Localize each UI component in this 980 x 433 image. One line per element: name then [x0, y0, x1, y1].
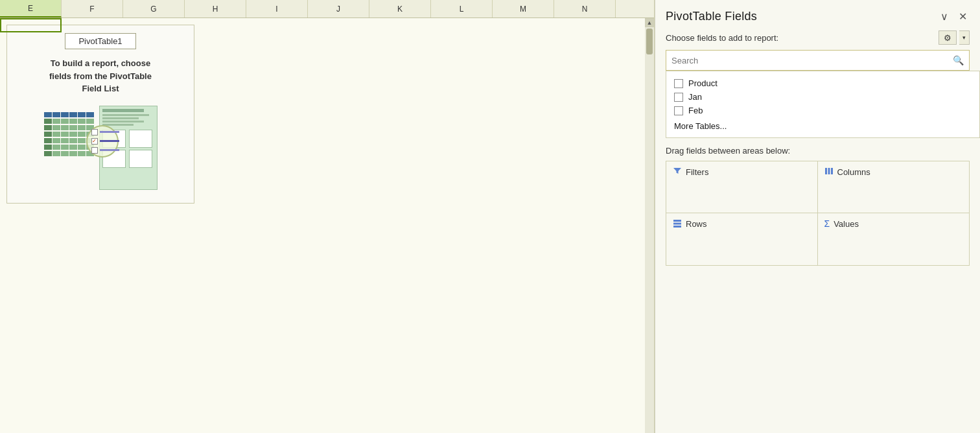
field-label-feb: Feb: [688, 106, 703, 115]
illus-left-table: [44, 112, 94, 156]
drag-area-columns-header: Columns: [824, 167, 963, 178]
illus-cb-empty: [91, 129, 98, 135]
columns-icon: [824, 167, 834, 178]
pivot-instruction: To build a report, choosefields from the…: [49, 57, 152, 95]
illus-line-3: [100, 149, 119, 151]
illus-line-2: [100, 140, 119, 142]
col-header-H[interactable]: H: [185, 0, 246, 18]
panel-close-button[interactable]: ✕: [956, 9, 970, 24]
drag-areas: Filters Columns: [666, 161, 970, 266]
panel-minimize-button[interactable]: ∨: [938, 9, 951, 24]
columns-label: Columns: [837, 167, 870, 177]
svg-rect-4: [673, 223, 681, 225]
spreadsheet-area: E F G H I J K L M N PivotTable1 To build…: [0, 0, 655, 433]
search-icon: 🔍: [948, 55, 969, 65]
field-checkbox-product[interactable]: [674, 79, 683, 88]
illus-circle: ✓: [86, 125, 119, 158]
field-item-feb[interactable]: Feb: [666, 104, 979, 117]
pivot-title: PivotTable1: [65, 33, 135, 49]
pivot-placeholder: PivotTable1 To build a report, choosefie…: [6, 25, 194, 204]
vertical-scrollbar[interactable]: ▲: [645, 18, 654, 433]
field-item-product[interactable]: Product: [666, 76, 979, 90]
svg-rect-0: [825, 168, 827, 174]
search-box[interactable]: 🔍: [666, 50, 970, 71]
filters-label: Filters: [686, 167, 708, 177]
dropdown-button[interactable]: ▾: [959, 30, 970, 45]
gear-button[interactable]: ⚙: [939, 30, 957, 45]
drag-area-values-header: Σ Values: [824, 218, 963, 229]
pivot-fields-panel: PivotTable Fields ∨ ✕ Choose fields to a…: [655, 0, 980, 433]
panel-subtitle: Choose fields to add to report: ⚙ ▾: [655, 30, 980, 50]
drag-area-filters[interactable]: Filters: [666, 161, 818, 213]
more-tables-link[interactable]: More Tables...: [666, 117, 979, 135]
field-label-jan: Jan: [688, 92, 702, 102]
search-input[interactable]: [666, 56, 948, 65]
field-checkbox-jan[interactable]: [674, 93, 683, 102]
illus-line-1: [100, 131, 119, 133]
rows-label: Rows: [686, 219, 707, 229]
illus-cb-empty2: [91, 147, 98, 154]
col-header-L[interactable]: L: [431, 0, 493, 18]
field-label-product: Product: [688, 78, 718, 88]
panel-subtitle-text: Choose fields to add to report:: [666, 33, 778, 43]
field-item-jan[interactable]: Jan: [666, 90, 979, 104]
column-headers: E F G H I J K L M N: [0, 0, 654, 18]
grid-area: PivotTable1 To build a report, choosefie…: [0, 18, 654, 433]
filter-icon: [673, 167, 682, 178]
illus-right-panel: ✓: [99, 106, 158, 190]
svg-rect-2: [831, 168, 833, 174]
dropdown-icon: ▾: [962, 34, 966, 41]
col-header-N[interactable]: N: [554, 0, 616, 18]
col-header-J[interactable]: J: [308, 0, 369, 18]
col-header-M[interactable]: M: [493, 0, 554, 18]
panel-subtitle-controls: ⚙ ▾: [939, 30, 970, 45]
col-header-I[interactable]: I: [246, 0, 308, 18]
scroll-thumb[interactable]: [646, 29, 653, 54]
drag-area-columns[interactable]: Columns: [818, 161, 970, 213]
panel-header-controls: ∨ ✕: [938, 9, 970, 24]
field-checkbox-feb[interactable]: [674, 106, 683, 115]
svg-rect-5: [673, 226, 681, 228]
col-header-F[interactable]: F: [62, 0, 123, 18]
values-label: Values: [834, 219, 859, 229]
svg-rect-1: [828, 168, 830, 174]
drag-section: Drag fields between areas below: Filters: [655, 138, 980, 271]
panel-title: PivotTable Fields: [666, 10, 757, 23]
drag-area-rows-header: Rows: [673, 218, 811, 229]
drag-area-rows[interactable]: Rows: [666, 213, 818, 265]
col-header-K[interactable]: K: [369, 0, 431, 18]
illus-cb-checked: ✓: [91, 138, 98, 145]
gear-icon: ⚙: [944, 33, 951, 43]
col-header-G[interactable]: G: [123, 0, 185, 18]
drag-area-values[interactable]: Σ Values: [818, 213, 970, 265]
drag-area-filters-header: Filters: [673, 167, 811, 178]
col-header-E[interactable]: E: [0, 0, 62, 18]
rows-icon: [673, 218, 682, 229]
scroll-up-arrow[interactable]: ▲: [645, 18, 654, 27]
fields-list: Product Jan Feb More Tables...: [666, 71, 980, 138]
pivot-illustration: ✓: [44, 106, 158, 190]
panel-header: PivotTable Fields ∨ ✕: [655, 0, 980, 30]
svg-rect-3: [673, 220, 681, 222]
sigma-icon: Σ: [824, 218, 830, 229]
drag-title: Drag fields between areas below:: [666, 146, 970, 156]
